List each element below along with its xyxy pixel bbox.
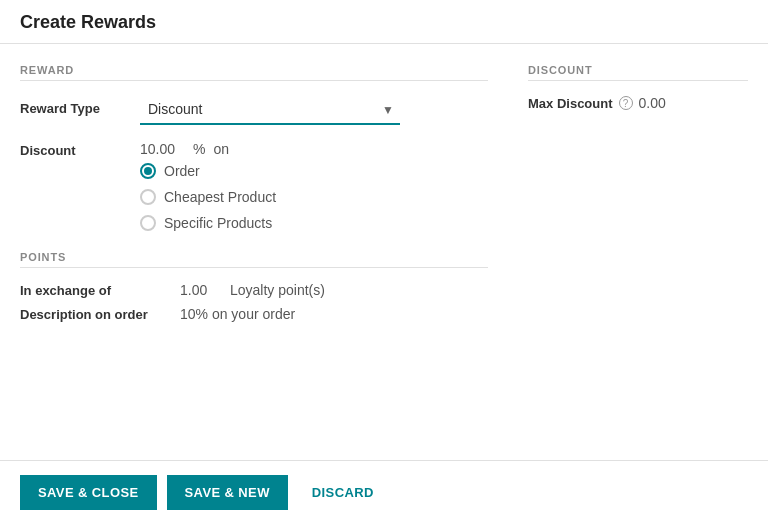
reward-type-control: Discount Free Product Free Shipping ▼ [140, 95, 488, 125]
discount-control: 10.00 % on Order Ch [140, 137, 488, 231]
radio-specific[interactable]: Specific Products [140, 215, 488, 231]
max-discount-label: Max Discount [528, 96, 613, 111]
discount-row: Discount 10.00 % on Order [20, 137, 488, 231]
max-discount-help-icon[interactable]: ? [619, 96, 633, 110]
in-exchange-value: 1.00 [180, 282, 230, 298]
in-exchange-label: In exchange of [20, 283, 180, 298]
form-columns: REWARD Reward Type Discount Free Product… [20, 64, 748, 330]
discount-on-text: on [213, 141, 229, 157]
right-column: DISCOUNT Max Discount ? 0.00 [528, 64, 748, 330]
description-order-row: Description on order 10% on your order [20, 306, 488, 322]
reward-type-row: Reward Type Discount Free Product Free S… [20, 95, 488, 125]
discount-section-label: DISCOUNT [528, 64, 748, 81]
max-discount-value: 0.00 [639, 95, 666, 111]
discount-label: Discount [20, 137, 140, 158]
reward-type-select-wrapper: Discount Free Product Free Shipping ▼ [140, 95, 400, 125]
description-order-label: Description on order [20, 307, 180, 322]
discount-percent: % [193, 141, 205, 157]
radio-order[interactable]: Order [140, 163, 488, 179]
radio-cheapest[interactable]: Cheapest Product [140, 189, 488, 205]
reward-type-label: Reward Type [20, 95, 140, 116]
page-title: Create Rewards [20, 12, 748, 33]
reward-type-select[interactable]: Discount Free Product Free Shipping [140, 95, 400, 125]
discount-on-radio-group: Order Cheapest Product Specific Products [140, 163, 488, 231]
max-discount-row: Max Discount ? 0.00 [528, 95, 748, 111]
radio-cheapest-label: Cheapest Product [164, 189, 276, 205]
radio-order-input[interactable] [140, 163, 156, 179]
points-section-label: POINTS [20, 251, 488, 268]
radio-specific-label: Specific Products [164, 215, 272, 231]
in-exchange-row: In exchange of 1.00 Loyalty point(s) [20, 282, 488, 298]
discard-button[interactable]: DISCARD [298, 475, 388, 510]
page-container: Create Rewards REWARD Reward Type Discou… [0, 0, 768, 524]
footer-bar: SAVE & CLOSE SAVE & NEW DISCARD [0, 460, 768, 524]
radio-cheapest-input[interactable] [140, 189, 156, 205]
loyalty-points-unit: Loyalty point(s) [230, 282, 325, 298]
page-header: Create Rewards [0, 0, 768, 44]
radio-order-label: Order [164, 163, 200, 179]
save-close-button[interactable]: SAVE & CLOSE [20, 475, 157, 510]
description-order-value: 10% on your order [180, 306, 295, 322]
radio-specific-input[interactable] [140, 215, 156, 231]
points-section: POINTS In exchange of 1.00 Loyalty point… [20, 251, 488, 322]
reward-section-label: REWARD [20, 64, 488, 81]
save-new-button[interactable]: SAVE & NEW [167, 475, 288, 510]
left-column: REWARD Reward Type Discount Free Product… [20, 64, 528, 330]
discount-inline-row: 10.00 % on [140, 137, 488, 157]
form-area: REWARD Reward Type Discount Free Product… [0, 44, 768, 460]
discount-value: 10.00 [140, 141, 185, 157]
